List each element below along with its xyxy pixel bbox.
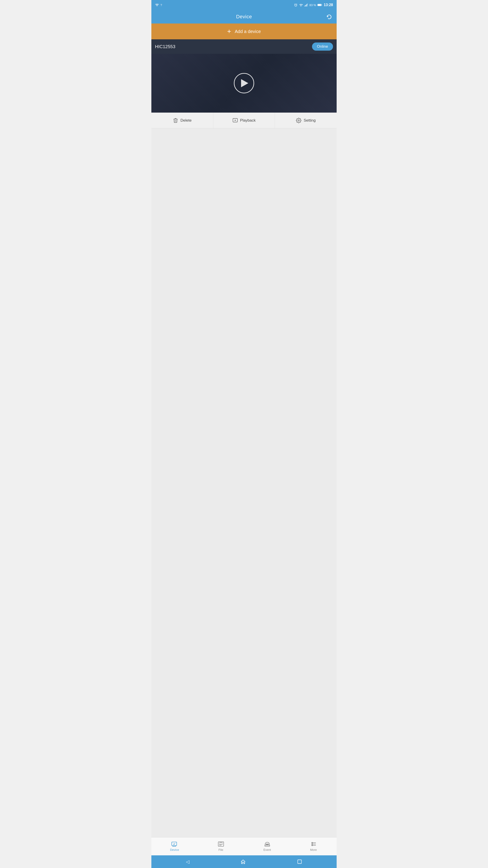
event-nav-icon xyxy=(264,841,270,847)
wifi-icon xyxy=(155,3,159,6)
header-title: Device xyxy=(236,14,252,20)
svg-point-27 xyxy=(268,844,268,845)
wifi-question: ? xyxy=(160,3,162,7)
nav-event[interactable]: Event xyxy=(244,837,290,855)
svg-rect-6 xyxy=(306,4,307,6)
svg-rect-4 xyxy=(304,6,305,6)
home-button[interactable] xyxy=(236,858,250,866)
signal-icon xyxy=(304,3,308,6)
status-right: ! 83 % 13:28 xyxy=(294,3,333,7)
svg-point-16 xyxy=(298,120,299,121)
svg-rect-10 xyxy=(322,4,322,5)
svg-marker-15 xyxy=(235,120,236,121)
bottom-nav: Device File xyxy=(151,837,337,855)
device-preview[interactable] xyxy=(151,54,337,113)
online-badge: Online xyxy=(312,42,333,51)
wifi-signal-icon: ! xyxy=(299,3,303,6)
screen: ? ! xyxy=(151,0,337,868)
play-button[interactable] xyxy=(234,73,254,93)
nav-device[interactable]: Device xyxy=(151,837,198,855)
nav-device-label: Device xyxy=(170,848,179,851)
app-header: Device xyxy=(151,10,337,24)
svg-rect-7 xyxy=(307,4,308,6)
svg-point-2 xyxy=(301,6,301,6)
recents-button[interactable] xyxy=(293,858,306,866)
refresh-icon xyxy=(326,14,332,20)
alarm-icon xyxy=(294,3,297,7)
trash-icon xyxy=(173,118,178,123)
battery-percent: 83 % xyxy=(309,3,316,7)
back-button[interactable]: ◁ xyxy=(182,858,194,866)
svg-point-26 xyxy=(267,844,267,845)
delete-label: Delete xyxy=(181,118,192,123)
svg-rect-11 xyxy=(318,4,321,6)
play-icon xyxy=(241,79,248,87)
refresh-button[interactable] xyxy=(326,14,332,20)
delete-button[interactable]: Delete xyxy=(151,113,213,128)
content-area xyxy=(151,128,337,837)
action-bar: Delete Playback Setting xyxy=(151,113,337,128)
device-card: HIC12553 Online xyxy=(151,39,337,113)
playback-button[interactable]: Playback xyxy=(213,113,275,128)
file-nav-icon xyxy=(218,841,224,847)
playback-label: Playback xyxy=(240,118,256,123)
svg-rect-17 xyxy=(172,842,177,846)
device-name: HIC12553 xyxy=(155,44,175,49)
nav-file[interactable]: File xyxy=(198,837,244,855)
nav-event-label: Event xyxy=(263,848,271,851)
nav-file-label: File xyxy=(219,848,223,851)
svg-point-25 xyxy=(266,844,267,845)
setting-label: Setting xyxy=(304,118,316,123)
svg-point-0 xyxy=(157,6,157,6)
status-time: 13:28 xyxy=(324,3,333,7)
status-bar: ? ! xyxy=(151,0,337,10)
setting-icon xyxy=(296,118,301,123)
nav-more-label: More xyxy=(310,848,317,851)
device-card-header: HIC12553 Online xyxy=(151,39,337,54)
sys-nav-bar: ◁ xyxy=(151,855,337,868)
device-nav-icon xyxy=(171,841,178,847)
add-device-label: Add a device xyxy=(235,29,261,34)
nav-more[interactable]: More xyxy=(290,837,337,855)
add-device-plus: + xyxy=(227,28,231,35)
svg-text:!: ! xyxy=(302,4,303,6)
playback-icon xyxy=(232,118,238,123)
setting-button[interactable]: Setting xyxy=(275,113,337,128)
add-device-banner[interactable]: + Add a device xyxy=(151,24,337,39)
battery-icon xyxy=(318,4,322,6)
recents-icon xyxy=(297,859,302,864)
svg-rect-34 xyxy=(298,860,302,864)
home-icon xyxy=(240,859,246,864)
status-left: ? xyxy=(155,3,162,7)
svg-rect-5 xyxy=(305,5,306,6)
svg-rect-24 xyxy=(265,845,270,846)
more-nav-icon xyxy=(311,841,317,847)
